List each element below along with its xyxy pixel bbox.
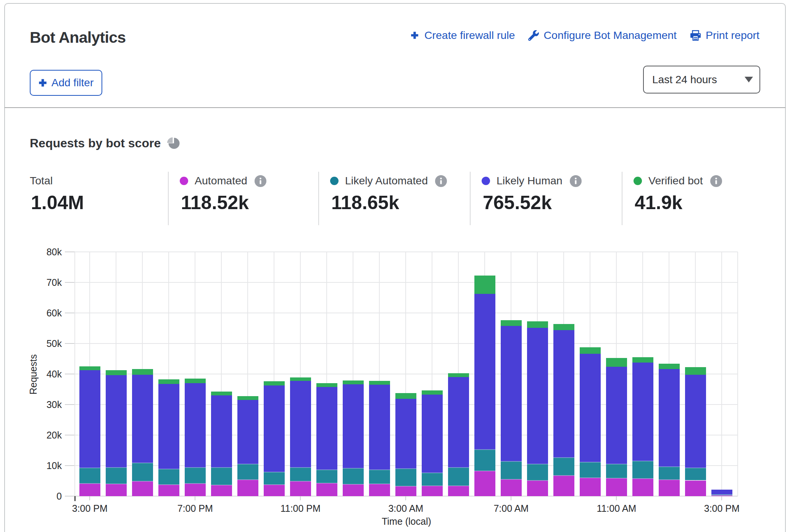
svg-text:50k: 50k xyxy=(47,338,62,349)
svg-text:11:00 AM: 11:00 AM xyxy=(597,503,636,514)
svg-text:10k: 10k xyxy=(47,460,62,471)
svg-text:7:00 AM: 7:00 AM xyxy=(493,503,529,514)
svg-text:40k: 40k xyxy=(47,369,62,379)
svg-text:70k: 70k xyxy=(47,277,62,288)
svg-text:7:00 PM: 7:00 PM xyxy=(177,503,213,514)
svg-text:11:00 PM: 11:00 PM xyxy=(281,503,321,514)
svg-text:Requests: Requests xyxy=(28,354,39,395)
svg-text:20k: 20k xyxy=(47,430,62,440)
svg-text:Time (local): Time (local) xyxy=(382,516,431,527)
svg-text:3:00 AM: 3:00 AM xyxy=(388,503,423,514)
svg-text:80k: 80k xyxy=(47,247,62,257)
svg-text:3:00 PM: 3:00 PM xyxy=(72,503,108,514)
svg-text:30k: 30k xyxy=(47,399,62,410)
svg-text:0: 0 xyxy=(56,491,62,501)
svg-text:3:00 PM: 3:00 PM xyxy=(704,503,740,514)
svg-text:60k: 60k xyxy=(47,308,62,318)
